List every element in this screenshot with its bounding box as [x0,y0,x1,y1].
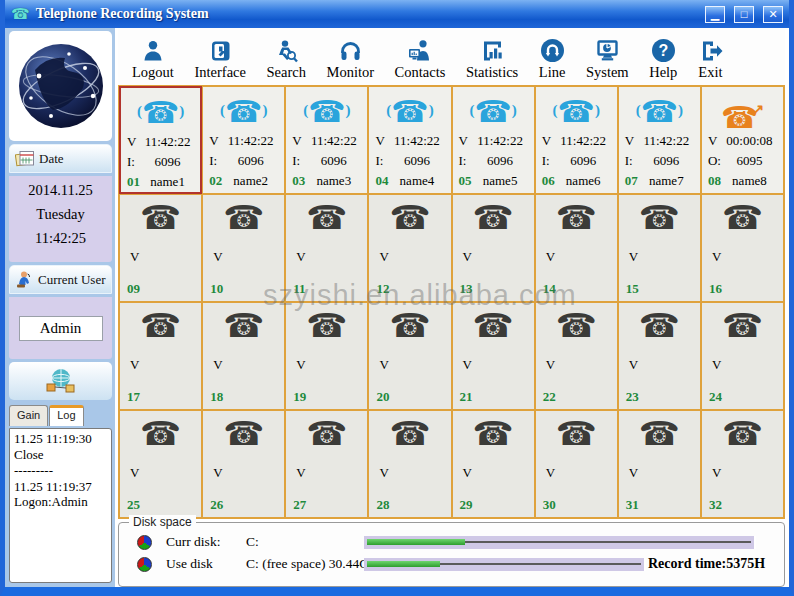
channel-info-row: 01name1 [121,172,200,192]
toolbar: LogoutInterfaceSearchMonitorContactsStat… [118,28,785,85]
extension-number: 6095 [716,153,783,169]
phone-ringing-icon: (☎) [619,87,700,131]
channel-cell-20[interactable]: ☎V20 [368,302,451,410]
use-disk-bar[interactable] [364,558,646,571]
log-list[interactable]: 11.25 11:19:30Close---------11.25 11:19:… [9,428,112,583]
toolbar-button-contacts[interactable]: Contacts [395,36,446,81]
channel-cell-15[interactable]: ☎V15 [618,194,701,302]
channel-number: 21 [460,389,473,405]
channel-cell-25[interactable]: ☎V25 [119,410,202,518]
globe-logo-image [15,40,107,132]
channel-cell-05[interactable]: (☎)V11:42:22I:609605name5 [452,86,535,194]
channel-cell-07[interactable]: (☎)V11:42:22I:609607name7 [618,86,701,194]
line-state: V [296,465,305,481]
phone-idle-icon: ☎ [536,303,617,347]
toolbar-button-statistics[interactable]: Statistics [466,36,518,81]
phone-idle-icon: ☎ [286,303,367,347]
call-time: 11:42:22 [550,133,617,149]
toolbar-button-interface[interactable]: Interface [194,36,246,81]
phone-idle-icon: ☎ [536,195,617,239]
gain-log-tabs: Gain Log [9,405,112,426]
app-phone-icon: ☎ [11,7,30,22]
use-disk-value: C: (free space) 30.44GB [246,556,364,572]
channel-cell-13[interactable]: ☎V13 [452,194,535,302]
channel-cell-09[interactable]: ☎V09 [119,194,202,302]
phone-idle-icon: ☎ [702,411,783,455]
channel-name: name8 [716,173,783,189]
toolbar-button-help[interactable]: ?Help [649,36,677,81]
channel-info-row: V11:42:22 [203,131,284,151]
channel-cell-24[interactable]: ☎V24 [701,302,784,410]
channel-cell-31[interactable]: ☎V31 [618,410,701,518]
line-state: V [546,465,555,481]
line-state: V [213,357,222,373]
curr-disk-bar[interactable] [364,536,756,549]
extension-number: 6096 [135,154,200,170]
channel-number: 16 [709,281,722,297]
channel-name: name5 [467,173,534,189]
channel-number: 10 [210,281,223,297]
curr-disk-bar-fill [367,539,465,545]
toolbar-button-system[interactable]: System [586,36,629,81]
channel-cell-30[interactable]: ☎V30 [535,410,618,518]
channel-cell-11[interactable]: ☎V11 [285,194,368,302]
tab-log[interactable]: Log [49,405,83,426]
channel-cell-18[interactable]: ☎V18 [202,302,285,410]
channel-info-row: V11:42:22 [121,132,200,152]
channel-name: name7 [633,173,700,189]
channel-number: 24 [709,389,722,405]
channel-cell-08[interactable]: ☎↗V00:00:08O:609508name8 [701,86,784,194]
channel-info-row: V11:42:22 [536,131,617,151]
channel-cell-02[interactable]: (☎)V11:42:22I:609602name2 [202,86,285,194]
channel-number: 23 [626,389,639,405]
toolbar-button-search[interactable]: Search [267,36,306,81]
channel-cell-10[interactable]: ☎V10 [202,194,285,302]
log-line: 11.25 11:19:30 [14,431,107,447]
channel-cell-22[interactable]: ☎V22 [535,302,618,410]
toolbar-button-exit[interactable]: Exit [698,36,723,81]
channel-cell-28[interactable]: ☎V28 [368,410,451,518]
toolbar-button-monitor[interactable]: Monitor [327,36,375,81]
minimize-button[interactable]: ▁ [705,6,725,23]
channel-cell-16[interactable]: ☎V16 [701,194,784,302]
channel-info-row: I:6096 [453,151,534,171]
channel-cell-19[interactable]: ☎V19 [285,302,368,410]
toolbar-button-logout[interactable]: Logout [132,36,174,81]
phone-idle-icon: ☎ [619,303,700,347]
channel-cell-29[interactable]: ☎V29 [452,410,535,518]
channel-cell-27[interactable]: ☎V27 [285,410,368,518]
close-button[interactable]: ✕ [763,6,783,23]
tab-gain[interactable]: Gain [9,405,48,426]
channel-cell-21[interactable]: ☎V21 [452,302,535,410]
channel-number: 15 [626,281,639,297]
channel-cell-03[interactable]: (☎)V11:42:22I:609603name3 [285,86,368,194]
toolbar-button-line[interactable]: Line [539,36,566,81]
toolbar-button-label: Line [539,64,566,81]
phone-idle-icon: ☎ [536,411,617,455]
maximize-button[interactable]: □ [734,6,754,23]
toolbar-button-label: Contacts [395,64,446,81]
channel-cell-26[interactable]: ☎V26 [202,410,285,518]
channel-cell-12[interactable]: ☎V12 [368,194,451,302]
phone-ringing-icon: (☎) [536,87,617,131]
channel-number: 26 [210,497,223,513]
channel-number: 12 [376,281,389,297]
channel-cell-14[interactable]: ☎V14 [535,194,618,302]
channel-cell-06[interactable]: (☎)V11:42:22I:609606name6 [535,86,618,194]
line-state: V [130,249,139,265]
channel-number: 30 [543,497,556,513]
phone-outgoing-icon: ☎↗ [702,87,783,131]
phone-ringing-icon: (☎) [203,87,284,131]
line-state: V [463,357,472,373]
channel-cell-32[interactable]: ☎V32 [701,410,784,518]
channel-number: 27 [293,497,306,513]
network-section-header [9,362,112,400]
channel-cell-04[interactable]: (☎)V11:42:22I:609604name4 [368,86,451,194]
line-state: V [379,249,388,265]
channel-cell-01[interactable]: (☎)V11:42:22I:609601name1 [119,86,202,194]
channel-cell-23[interactable]: ☎V23 [618,302,701,410]
channel-cell-17[interactable]: ☎V17 [119,302,202,410]
call-time: 11:42:22 [633,133,700,149]
channel-info-row: O:6095 [702,151,783,171]
channel-info-row: I:6096 [536,151,617,171]
